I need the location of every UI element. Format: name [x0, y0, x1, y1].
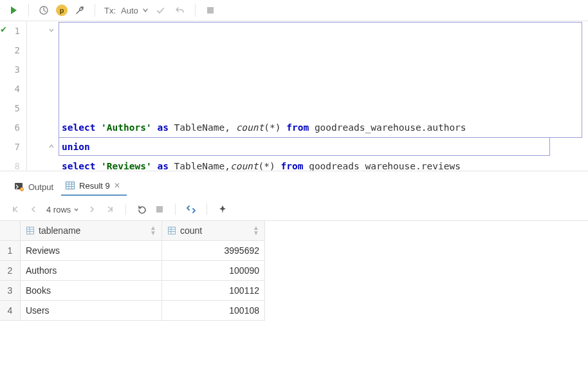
separator — [175, 204, 176, 215]
run-button[interactable] — [6, 3, 21, 17]
rows-count-dropdown[interactable]: 4 rows — [46, 205, 79, 214]
fold-end-icon[interactable] — [48, 142, 55, 150]
play-icon — [9, 6, 18, 15]
tab-output[interactable]: Output — [10, 179, 60, 196]
tab-result-label: Result 9 — [79, 181, 110, 191]
separator — [207, 204, 207, 215]
editor-toolbar: p Tx: Auto — [0, 0, 588, 21]
row-header-corner — [0, 221, 21, 241]
column-label: tablename — [39, 225, 80, 236]
column-icon — [167, 226, 176, 235]
svg-rect-14 — [169, 227, 176, 234]
stop-results-button[interactable] — [154, 204, 165, 214]
column-label: count — [180, 225, 202, 236]
line-gutter: ✔1 2 3 4 5 6 7 8 — [0, 21, 27, 171]
stop-button[interactable] — [203, 3, 217, 17]
row-index[interactable]: 1 — [0, 241, 21, 261]
history-button[interactable] — [37, 3, 51, 17]
results-tabs: Output Result 9 ✕ — [0, 171, 588, 196]
row-index[interactable]: 3 — [0, 281, 21, 301]
next-page-button[interactable] — [87, 204, 97, 214]
results-grid[interactable]: tablename ▲▼ count ▲▼ 1Reviews39956922Au… — [0, 220, 588, 321]
separator — [125, 204, 126, 215]
cell-count[interactable]: 100090 — [162, 261, 265, 281]
history-icon — [39, 5, 49, 15]
results-panel: Output Result 9 ✕ 4 rows — [0, 171, 588, 389]
chevron-down-icon — [73, 207, 79, 213]
cell-tablename[interactable]: Reviews — [21, 241, 162, 261]
rows-count-label: 4 rows — [46, 205, 71, 214]
tx-label: Tx: — [103, 6, 117, 15]
undo-icon — [175, 6, 185, 15]
wrench-icon — [75, 5, 85, 15]
rollback-button[interactable] — [173, 3, 187, 17]
prev-page-button[interactable] — [28, 204, 39, 214]
results-toolbar: 4 rows — [0, 200, 588, 220]
output-icon — [14, 182, 24, 192]
cell-count[interactable]: 100112 — [162, 281, 265, 301]
code-line[interactable]: select 'Reviews' as TableName,count(*) f… — [58, 157, 588, 171]
separator — [95, 4, 95, 17]
column-icon — [26, 226, 35, 235]
separator — [28, 4, 29, 17]
stop-icon — [207, 6, 214, 14]
close-icon[interactable]: ✕ — [114, 181, 120, 190]
sort-icon[interactable]: ▲▼ — [253, 225, 259, 236]
svg-rect-10 — [27, 227, 34, 234]
tab-output-label: Output — [28, 182, 53, 192]
row-index[interactable]: 4 — [0, 301, 21, 321]
settings-button[interactable] — [73, 3, 87, 17]
statement-ok-icon: ✔ — [0, 19, 6, 39]
pin-button[interactable] — [217, 204, 228, 214]
tab-result[interactable]: Result 9 ✕ — [61, 178, 127, 196]
grid-icon — [65, 180, 75, 191]
sort-icon[interactable]: ▲▼ — [150, 225, 156, 236]
column-header-tablename[interactable]: tablename ▲▼ — [21, 221, 162, 241]
sql-console: { "toolbar": { "tx_label": "Tx:", "tx_mo… — [0, 0, 588, 389]
separator — [195, 4, 196, 17]
tx-mode-value: Auto — [120, 6, 140, 15]
row-index[interactable]: 2 — [0, 261, 21, 281]
last-page-button[interactable] — [105, 204, 115, 214]
tx-mode-dropdown[interactable]: Tx: Auto — [103, 6, 149, 15]
code-line[interactable]: select 'Authors' as TableName, count(*) … — [58, 118, 588, 137]
datasource-badge[interactable]: p — [56, 5, 68, 16]
chevron-down-icon — [142, 7, 149, 14]
cell-tablename[interactable]: Users — [21, 301, 162, 321]
svg-rect-4 — [66, 182, 75, 189]
cell-tablename[interactable]: Books — [21, 281, 162, 301]
first-page-button[interactable] — [10, 204, 21, 214]
fold-start-icon[interactable] — [48, 26, 55, 34]
fold-gutter — [27, 21, 58, 171]
cell-count[interactable]: 3995692 — [162, 241, 265, 261]
code-area[interactable]: select 'Authors' as TableName, count(*) … — [58, 21, 588, 171]
sql-editor[interactable]: ✔1 2 3 4 5 6 7 8 select 'Authors' as Tab… — [0, 21, 588, 171]
cell-count[interactable]: 100108 — [162, 301, 265, 321]
svg-rect-1 — [207, 7, 214, 14]
code-line[interactable]: union — [58, 137, 588, 157]
cell-tablename[interactable]: Authors — [21, 261, 162, 281]
column-header-count[interactable]: count ▲▼ — [162, 221, 265, 241]
compare-button[interactable] — [186, 204, 196, 214]
reload-button[interactable] — [136, 204, 147, 214]
check-icon — [156, 6, 165, 15]
commit-button[interactable] — [154, 3, 168, 17]
svg-rect-9 — [156, 206, 163, 213]
